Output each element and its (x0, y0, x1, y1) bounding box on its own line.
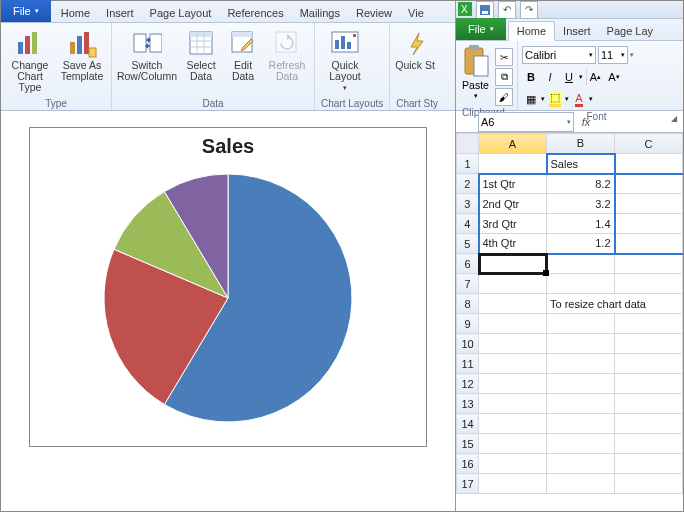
cell-B6[interactable] (547, 254, 615, 274)
redo-icon[interactable]: ↷ (520, 1, 538, 19)
row-header-11[interactable]: 11 (457, 354, 479, 374)
cell-B7[interactable] (547, 274, 615, 294)
cell-C16[interactable] (615, 454, 683, 474)
format-painter-icon[interactable]: 🖌 (495, 88, 513, 106)
select-all-corner[interactable] (457, 134, 479, 154)
cell-B2[interactable]: 8.2 (547, 174, 615, 194)
row-header-12[interactable]: 12 (457, 374, 479, 394)
cell-B11[interactable] (547, 354, 615, 374)
tab-page-layout[interactable]: Page Layout (142, 4, 220, 22)
row-header-4[interactable]: 4 (457, 214, 479, 234)
cell-B12[interactable] (547, 374, 615, 394)
cell-B10[interactable] (547, 334, 615, 354)
change-chart-type-button[interactable]: Change Chart Type (5, 26, 55, 97)
cell-A11[interactable] (479, 354, 547, 374)
row-header-17[interactable]: 17 (457, 474, 479, 494)
cell-A1[interactable] (479, 154, 547, 174)
fx-icon[interactable]: fx (574, 116, 598, 128)
excel-file-tab[interactable]: File▾ (456, 18, 506, 40)
cell-A9[interactable] (479, 314, 547, 334)
font-name-select[interactable]: Calibri▾ (522, 46, 596, 64)
cell-A13[interactable] (479, 394, 547, 414)
tab-home[interactable]: Home (53, 4, 98, 22)
cell-B4[interactable]: 1.4 (547, 214, 615, 234)
fill-color-button[interactable]: ⬚ (546, 90, 564, 108)
quick-styles-button[interactable]: Quick Styles (394, 26, 436, 97)
cell-C4[interactable] (615, 214, 683, 234)
cell-A2[interactable]: 1st Qtr (479, 174, 547, 194)
row-header-15[interactable]: 15 (457, 434, 479, 454)
edit-data-button[interactable]: Edit Data (224, 26, 262, 97)
cell-B8[interactable]: To resize chart data (547, 294, 683, 314)
tab-references[interactable]: References (219, 4, 291, 22)
row-header-2[interactable]: 2 (457, 174, 479, 194)
cell-A6[interactable] (479, 254, 547, 274)
cell-C1[interactable] (615, 154, 683, 174)
tab-page-layout-trunc[interactable]: Page Lay (599, 22, 661, 40)
increase-font-icon[interactable]: A▴ (586, 68, 604, 86)
cell-A10[interactable] (479, 334, 547, 354)
tab-view-trunc[interactable]: Vie (400, 4, 432, 22)
select-data-button[interactable]: Select Data (180, 26, 222, 97)
cell-B17[interactable] (547, 474, 615, 494)
cell-C15[interactable] (615, 434, 683, 454)
row-header-6[interactable]: 6 (457, 254, 479, 274)
row-header-7[interactable]: 7 (457, 274, 479, 294)
cell-C13[interactable] (615, 394, 683, 414)
cell-C3[interactable] (615, 194, 683, 214)
cut-icon[interactable]: ✂ (495, 48, 513, 66)
cell-B14[interactable] (547, 414, 615, 434)
cell-A7[interactable] (479, 274, 547, 294)
undo-icon[interactable]: ↶ (498, 1, 516, 19)
row-header-16[interactable]: 16 (457, 454, 479, 474)
tab-review[interactable]: Review (348, 4, 400, 22)
cell-C2[interactable] (615, 174, 683, 194)
font-color-button[interactable]: A (570, 90, 588, 108)
cell-B1[interactable]: Sales (547, 154, 615, 174)
cell-B5[interactable]: 1.2 (547, 234, 615, 254)
font-size-select[interactable]: 11▾ (598, 46, 628, 64)
row-header-5[interactable]: 5 (457, 234, 479, 254)
cell-A14[interactable] (479, 414, 547, 434)
cell-C14[interactable] (615, 414, 683, 434)
save-as-template-button[interactable]: Save As Template (57, 26, 107, 97)
cell-C17[interactable] (615, 474, 683, 494)
cell-C5[interactable] (615, 234, 683, 254)
col-header-A[interactable]: A (479, 134, 547, 154)
tab-insert[interactable]: Insert (555, 22, 599, 40)
cell-B16[interactable] (547, 454, 615, 474)
cell-A15[interactable] (479, 434, 547, 454)
cell-C6[interactable] (615, 254, 683, 274)
col-header-C[interactable]: C (615, 134, 683, 154)
cell-A17[interactable] (479, 474, 547, 494)
save-icon[interactable] (476, 1, 494, 19)
row-header-1[interactable]: 1 (457, 154, 479, 174)
paste-button[interactable]: Paste▾ (460, 44, 491, 106)
cell-B13[interactable] (547, 394, 615, 414)
cell-B15[interactable] (547, 434, 615, 454)
tab-mailings[interactable]: Mailings (292, 4, 348, 22)
cell-C7[interactable] (615, 274, 683, 294)
name-box[interactable]: A6▾ (478, 112, 574, 132)
switch-row-column-button[interactable]: Switch Row/Column (116, 26, 178, 97)
cell-A12[interactable] (479, 374, 547, 394)
col-header-B[interactable]: B (547, 134, 615, 154)
underline-button[interactable]: U (560, 68, 578, 86)
tab-home[interactable]: Home (508, 21, 555, 41)
cell-C9[interactable] (615, 314, 683, 334)
italic-button[interactable]: I (541, 68, 559, 86)
worksheet-grid[interactable]: ABC1Sales21st Qtr8.232nd Qtr3.243rd Qtr1… (456, 133, 683, 511)
cell-A8[interactable] (479, 294, 547, 314)
cell-A4[interactable]: 3rd Qtr (479, 214, 547, 234)
row-header-3[interactable]: 3 (457, 194, 479, 214)
file-tab[interactable]: File▾ (1, 0, 51, 22)
cell-A5[interactable]: 4th Qtr (479, 234, 547, 254)
cell-C11[interactable] (615, 354, 683, 374)
cell-A3[interactable]: 2nd Qtr (479, 194, 547, 214)
copy-icon[interactable]: ⧉ (495, 68, 513, 86)
tab-insert[interactable]: Insert (98, 4, 142, 22)
cell-B9[interactable] (547, 314, 615, 334)
cell-B3[interactable]: 3.2 (547, 194, 615, 214)
cell-C10[interactable] (615, 334, 683, 354)
cell-C12[interactable] (615, 374, 683, 394)
